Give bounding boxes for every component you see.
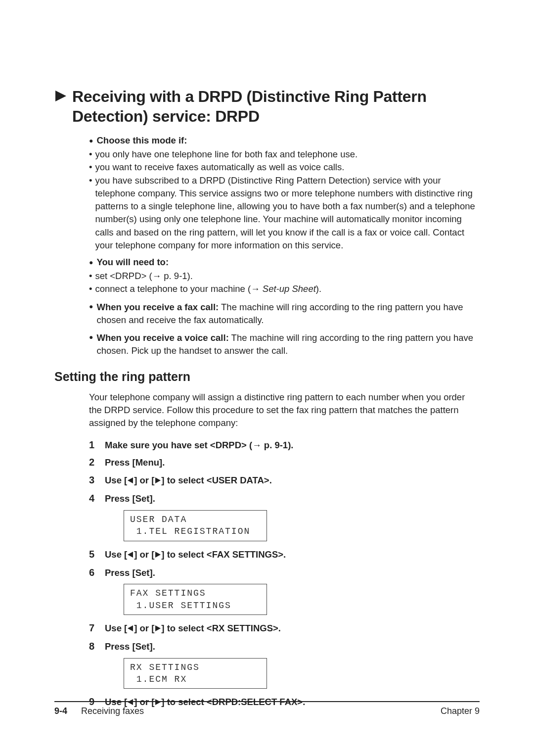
step-number: 3 <box>89 474 105 486</box>
list-item-text: set <DRPD> (→ p. 9-1). <box>95 270 480 283</box>
step-text: Press [Set]. <box>105 492 155 505</box>
bullet-dot-icon: ● <box>89 258 93 266</box>
step-text: Press [Menu]. <box>105 456 165 469</box>
svg-marker-0 <box>55 91 66 101</box>
middot-icon: • <box>89 283 92 295</box>
play-triangle-icon <box>54 90 67 104</box>
text-bold: When you receive a voice call: <box>96 332 228 343</box>
footer-spacer <box>144 706 441 716</box>
bullet-heading-text: Choose this mode if: <box>96 135 187 146</box>
list-item: • you only have one telephone line for b… <box>89 148 480 161</box>
text-fragment: ] or [ <box>134 549 154 560</box>
bullet-heading: ● You will need to: <box>89 257 480 268</box>
triangle-right-icon <box>154 474 161 487</box>
bullet-paragraph: ● When you receive a fax call: The machi… <box>89 301 480 327</box>
middot-icon: • <box>89 174 92 187</box>
page-title: Receiving with a DRPD (Distinctive Ring … <box>72 87 480 126</box>
page-number: 9-4 <box>54 706 67 716</box>
step-text: Use [] or [] to select <FAX SETTINGS>. <box>105 548 286 562</box>
step: 5 Use [] or [] to select <FAX SETTINGS>. <box>54 548 480 562</box>
step-number: 6 <box>89 567 105 578</box>
subsection-heading: Setting the ring pattern <box>54 370 480 384</box>
arrow-right-icon: → <box>152 270 162 283</box>
text-fragment: Make sure you have set <DRPD> ( <box>105 440 252 450</box>
svg-marker-6 <box>155 625 161 631</box>
triangle-left-icon <box>127 474 134 487</box>
step-number: 5 <box>89 549 105 560</box>
text-fragment: ] or [ <box>134 475 154 485</box>
triangle-left-icon <box>127 549 134 562</box>
bullet-paragraph: ● When you receive a voice call: The mac… <box>89 331 480 358</box>
list-item-text: you have subscribed to a DRPD (Distincti… <box>95 174 480 252</box>
step-text: Make sure you have set <DRPD> (→ p. 9-1)… <box>105 439 293 452</box>
footer-section: Receiving faxes <box>81 706 144 716</box>
list-item-text: you only have one telephone line for bot… <box>95 148 480 161</box>
step-number: 8 <box>89 641 105 652</box>
intro-paragraph: Your telephone company will assign a dis… <box>54 391 480 430</box>
text-fragment: p. 9-1). <box>161 271 193 281</box>
list-item-text: you want to receive faxes automatically … <box>95 161 480 174</box>
step-text: Use [] or [] to select <USER DATA>. <box>105 474 272 487</box>
middot-icon: • <box>89 148 92 161</box>
paragraph-text: When you receive a voice call: The machi… <box>96 331 480 358</box>
text-fragment: p. 9-1). <box>262 440 294 450</box>
step-text: Use [] or [] to select <RX SETTINGS>. <box>105 622 281 635</box>
step: 6 Press [Set]. <box>54 567 480 579</box>
step-text: Press [Set]. <box>105 640 155 653</box>
list-item: • connect a telephone to your machine (→… <box>89 283 480 295</box>
step: 8 Press [Set]. <box>54 640 480 653</box>
list-item: • you have subscribed to a DRPD (Distinc… <box>89 174 480 252</box>
list-item-text: connect a telephone to your machine (→ S… <box>95 283 480 295</box>
svg-marker-3 <box>128 552 133 558</box>
text-fragment: connect a telephone to your machine ( <box>95 284 251 294</box>
text-bold: When you receive a fax call: <box>96 302 219 312</box>
text-fragment: Use [ <box>105 549 127 560</box>
footer-chapter: Chapter 9 <box>441 706 480 716</box>
middot-icon: • <box>89 161 92 174</box>
text-fragment: Use [ <box>105 623 127 633</box>
list-item: • set <DRPD> (→ p. 9-1). <box>89 270 480 283</box>
text-fragment: Use [ <box>105 475 127 485</box>
step: 7 Use [] or [] to select <RX SETTINGS>. <box>54 622 480 635</box>
step-text: Press [Set]. <box>105 567 155 579</box>
step-number: 7 <box>89 622 105 634</box>
middot-icon: • <box>89 270 92 283</box>
lcd-display: USER DATA 1.TEL REGISTRATION <box>124 510 267 541</box>
svg-marker-4 <box>155 552 161 558</box>
text-fragment: ] or [ <box>134 623 154 633</box>
svg-marker-1 <box>128 477 133 483</box>
text-fragment: ). <box>316 284 321 294</box>
step: 3 Use [] or [] to select <USER DATA>. <box>54 474 480 487</box>
arrow-right-icon: → <box>251 283 260 295</box>
text-fragment: ] to select <FAX SETTINGS>. <box>161 549 286 560</box>
step-number: 1 <box>89 439 105 451</box>
text-italic: Set-up Sheet <box>263 284 316 294</box>
step-number: 2 <box>89 457 105 468</box>
list-item: • you want to receive faxes automaticall… <box>89 161 480 174</box>
bullet-dot-icon: ● <box>89 332 93 342</box>
triangle-right-icon <box>154 549 161 562</box>
step: 1 Make sure you have set <DRPD> (→ p. 9-… <box>54 439 480 452</box>
triangle-right-icon <box>154 622 161 635</box>
paragraph-text: When you receive a fax call: The machine… <box>96 301 480 327</box>
text-fragment: ] to select <USER DATA>. <box>161 475 271 485</box>
section-header: Receiving with a DRPD (Distinctive Ring … <box>54 87 480 126</box>
page-footer: 9-4 Receiving faxes Chapter 9 <box>54 701 480 716</box>
lcd-display: RX SETTINGS 1.ECM RX <box>124 658 267 689</box>
svg-marker-2 <box>155 477 161 483</box>
step-number: 4 <box>89 493 105 504</box>
step: 2 Press [Menu]. <box>54 456 480 469</box>
text-fragment: ] to select <RX SETTINGS>. <box>161 623 281 633</box>
lcd-display: FAX SETTINGS 1.USER SETTINGS <box>124 584 267 615</box>
bullet-dot-icon: ● <box>89 302 93 312</box>
content-body: ● Choose this mode if: • you only have o… <box>54 135 480 358</box>
svg-marker-5 <box>128 625 133 631</box>
bullet-heading-text: You will need to: <box>96 257 169 268</box>
bullet-heading: ● Choose this mode if: <box>89 135 480 146</box>
bullet-dot-icon: ● <box>89 137 93 144</box>
arrow-right-icon: → <box>252 439 262 452</box>
step: 4 Press [Set]. <box>54 492 480 505</box>
text-fragment: set <DRPD> ( <box>95 271 152 281</box>
triangle-left-icon <box>127 622 134 635</box>
